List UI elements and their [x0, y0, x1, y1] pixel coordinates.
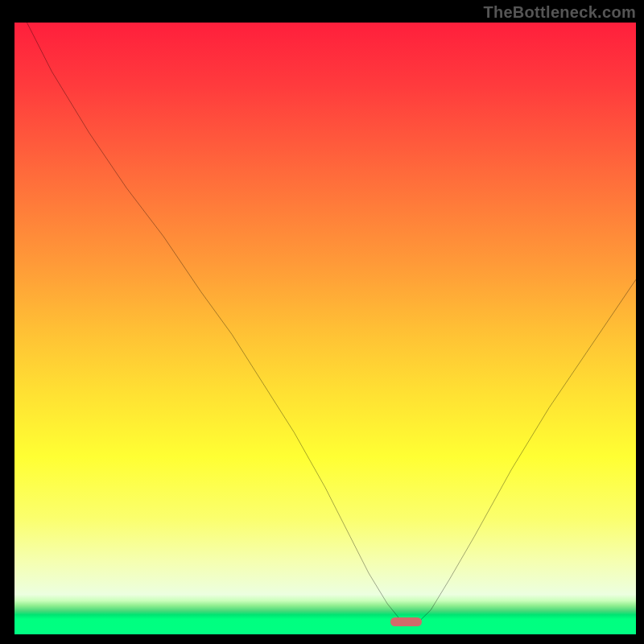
- optimum-marker: [390, 617, 422, 626]
- chart-frame: TheBottleneck.com: [0, 0, 644, 644]
- curve-path: [27, 23, 636, 625]
- attribution-label: TheBottleneck.com: [483, 3, 636, 22]
- bottleneck-curve: [14, 23, 636, 634]
- plot-area: [14, 23, 636, 634]
